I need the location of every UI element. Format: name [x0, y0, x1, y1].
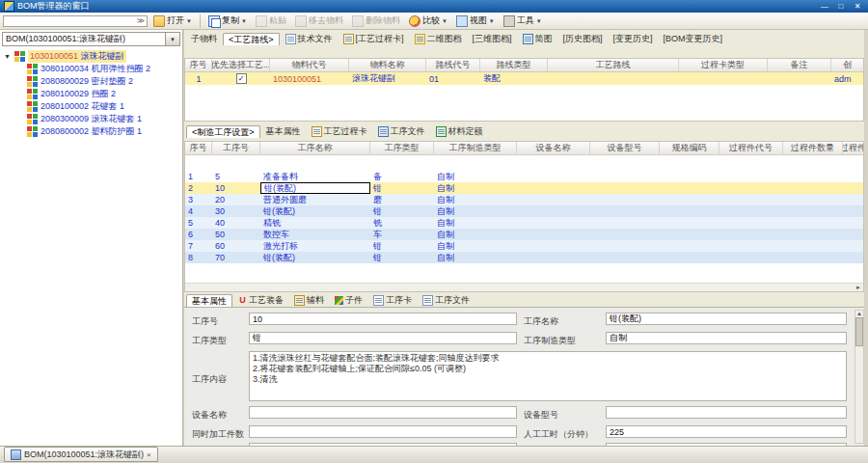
col-header-8[interactable]: 过程件代号	[719, 142, 783, 154]
quick-select-combo[interactable]: ≫	[3, 15, 148, 27]
tab-route-8[interactable]: [变更历史]	[609, 33, 658, 45]
col-header-6[interactable]: 设备型号	[590, 142, 660, 154]
col-header-8[interactable]: 备注	[768, 59, 831, 71]
tab-ops-1[interactable]: 基本属性	[261, 125, 306, 138]
device-model-field[interactable]	[606, 406, 847, 419]
ops-hscrollbar[interactable]: ►	[185, 283, 863, 291]
ops-cell-6-4: 自制	[434, 240, 517, 252]
col-header-3[interactable]: 工序类型	[370, 142, 434, 154]
col-header-9[interactable]: 过程件数量	[783, 142, 843, 154]
ops-row-4[interactable]: 540精铣铣自制	[185, 217, 863, 229]
tab-ops-2[interactable]: 工艺过程卡	[307, 125, 372, 138]
ops-cell-1-7	[660, 182, 719, 194]
tree-item-3[interactable]: 2080100002 花键套 1	[0, 100, 182, 113]
tab-route-5[interactable]: [三维图档]	[468, 33, 517, 45]
route-cell-9: adm	[831, 72, 863, 85]
priority-checkbox[interactable]: ✓	[236, 73, 247, 84]
batch-field[interactable]	[249, 425, 517, 438]
open-button[interactable]: 打开 ▼	[150, 14, 195, 28]
tab-route-0[interactable]: 子物料	[186, 33, 222, 45]
tab-detail-label-5: 工序文件	[435, 294, 470, 307]
tab-detail-5[interactable]: 工序文件	[418, 294, 475, 307]
col-header-5[interactable]: 设备名称	[517, 142, 590, 154]
tree-item-5[interactable]: 2080800002 塑料防护圈 1	[0, 125, 182, 138]
op-content-field[interactable]: 1.清洗滚珠丝杠与花键套配合面;装配滚珠花键套;同轴度达到要求 2.将花键套装配…	[249, 351, 847, 401]
tab-detail-3[interactable]: 子件	[330, 294, 367, 307]
copy-button[interactable]: 复制 ▼	[205, 14, 250, 28]
tree-root-item[interactable]: ▼ 1030100051 滚珠花键副	[0, 50, 182, 63]
tab-route-6[interactable]: 简图	[518, 33, 557, 45]
view-button[interactable]: 视图 ▼	[453, 14, 498, 28]
col-header-6[interactable]: 工艺路线	[548, 59, 679, 71]
col-header-1[interactable]: 工序号	[212, 142, 260, 154]
col-header-5[interactable]: 路线类型	[480, 59, 548, 71]
maximize-icon[interactable]: □	[834, 2, 848, 12]
col-header-4[interactable]: 工序制造类型	[434, 142, 517, 154]
scroll-up-icon[interactable]: ▲	[856, 311, 862, 316]
tab-route-3[interactable]: [工艺过程卡]	[339, 33, 409, 45]
ops-cell-5-7	[660, 229, 719, 240]
ops-cell-0-8	[719, 171, 783, 182]
device-name-field[interactable]	[249, 406, 517, 419]
scroll-right-icon[interactable]: ►	[854, 285, 863, 290]
compare-button[interactable]: 比较 ▼	[406, 14, 450, 28]
col-header-10[interactable]: 过程件	[843, 142, 863, 154]
tree-item-0[interactable]: 3080100034 机用弹性挡圈 2	[0, 63, 182, 75]
col-header-2[interactable]: 物料代号	[270, 59, 349, 71]
col-header-3[interactable]: 物料名称	[349, 59, 426, 71]
op-name-editbox[interactable]: 钳(装配)	[260, 182, 370, 194]
minimize-icon[interactable]: —	[818, 2, 831, 12]
col-header-0[interactable]: 序号	[185, 59, 212, 71]
ops-row-7[interactable]: 870钳(装配)钳自制	[185, 252, 863, 263]
tab-detail-4[interactable]: 工序卡	[368, 294, 417, 307]
ops-row-6[interactable]: 760激光打标钳自制	[185, 240, 863, 252]
close-icon[interactable]: ✕	[851, 2, 864, 12]
expander-icon[interactable]: ▼	[4, 53, 12, 60]
col-header-9[interactable]: 创	[831, 59, 863, 71]
ops-row-3[interactable]: 430钳(装配)钳自制	[185, 205, 863, 217]
col-header-2[interactable]: 工序名称	[260, 142, 370, 154]
tab-route-1[interactable]: <工艺路线>	[223, 33, 280, 45]
tab-close-icon[interactable]: ×	[147, 450, 151, 459]
ops-row-0[interactable]: 15准备备料备自制	[185, 171, 863, 182]
scrollbar-thumb[interactable]	[855, 317, 863, 346]
tab-detail-1[interactable]: U工艺装备	[233, 294, 288, 307]
tab-ops-0[interactable]: <制造工序设置>	[186, 125, 260, 138]
bom-document-tab[interactable]: BOM(1030100051:滚珠花键副) ×	[4, 447, 158, 462]
tools-button[interactable]: 工具 ▼	[501, 14, 545, 28]
tree-item-2[interactable]: 2080100029 挡圈 2	[0, 88, 182, 100]
tab-route-2[interactable]: 技术文件	[281, 33, 338, 45]
dropdown-arrow-icon: ▼	[442, 18, 448, 24]
ops-row-2[interactable]: 320普通外圆磨磨自制	[185, 194, 863, 205]
tree-item-1[interactable]: 2080800029 密封垫圈 2	[0, 75, 182, 88]
tab-route-9[interactable]: [BOM变更历史]	[659, 33, 728, 45]
dropdown-arrow-icon: ▼	[489, 18, 495, 24]
ops-row-1[interactable]: 210钳(装配)钳自制	[185, 182, 863, 194]
ops-cell-3-10	[843, 205, 863, 217]
op-type-field[interactable]: 钳	[249, 332, 517, 344]
op-name-field[interactable]: 钳(装配)	[606, 313, 847, 325]
tab-route-4[interactable]: 二维图档	[410, 33, 467, 45]
ops-cell-3-3: 钳	[370, 205, 434, 217]
tree-item-4[interactable]: 2080300009 滚珠花键套 1	[0, 113, 182, 125]
tab-ops-4[interactable]: 材料定额	[431, 125, 488, 138]
labor-field[interactable]: 225	[606, 425, 847, 438]
op-mfg-field[interactable]: 自制	[606, 332, 847, 344]
detail-vscrollbar[interactable]: ▲	[854, 310, 864, 444]
ops-cell-6-0: 7	[185, 240, 212, 252]
bom-selector-combo[interactable]: BOM(1030100051:滚珠花键副) ▼	[2, 32, 180, 46]
combo-dropdown-icon[interactable]: ▼	[165, 33, 179, 45]
col-header-0[interactable]: 序号	[185, 142, 212, 154]
tab-route-7[interactable]: [历史图档]	[558, 33, 608, 45]
col-header-1[interactable]: 优先选择工艺...	[212, 59, 270, 71]
tab-ops-3[interactable]: 工序文件	[373, 125, 430, 138]
col-header-4[interactable]: 路线代号	[426, 59, 480, 71]
op-no-field[interactable]: 10	[249, 313, 517, 325]
col-header-7[interactable]: 过程卡类型	[679, 59, 768, 71]
tab-detail-0[interactable]: 基本属性	[186, 294, 232, 307]
ops-row-5[interactable]: 650数控车车自制	[185, 229, 863, 240]
ops-cell-4-5	[517, 217, 590, 229]
col-header-7[interactable]: 规格编码	[660, 142, 719, 154]
tab-detail-2[interactable]: 辅料	[289, 294, 329, 307]
route-table-row[interactable]: 1✓1030100051滚珠花键副01装配adm	[185, 72, 863, 85]
